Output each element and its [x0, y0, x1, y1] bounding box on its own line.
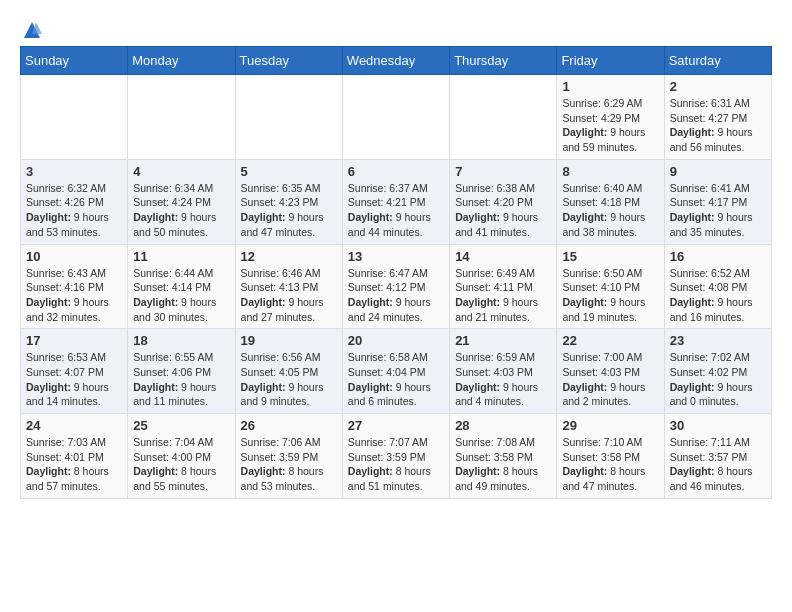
sunset-line: Sunset: 4:18 PM: [562, 196, 640, 208]
sunrise-line: Sunrise: 6:47 AM: [348, 267, 428, 279]
sunset-line: Sunset: 4:02 PM: [670, 366, 748, 378]
calendar-cell: 19Sunrise: 6:56 AMSunset: 4:05 PMDayligh…: [235, 329, 342, 414]
cell-content: Sunrise: 6:37 AMSunset: 4:21 PMDaylight:…: [348, 181, 444, 240]
logo: [20, 20, 42, 36]
calendar-cell: 13Sunrise: 6:47 AMSunset: 4:12 PMDayligh…: [342, 244, 449, 329]
daylight-line: Daylight: 9 hours and 47 minutes.: [241, 211, 324, 238]
day-number: 14: [455, 249, 551, 264]
cell-content: Sunrise: 7:06 AMSunset: 3:59 PMDaylight:…: [241, 435, 337, 494]
cell-content: Sunrise: 6:52 AMSunset: 4:08 PMDaylight:…: [670, 266, 766, 325]
day-number: 2: [670, 79, 766, 94]
calendar-table: SundayMondayTuesdayWednesdayThursdayFrid…: [20, 46, 772, 499]
calendar-cell: 15Sunrise: 6:50 AMSunset: 4:10 PMDayligh…: [557, 244, 664, 329]
daylight-line: Daylight: 9 hours and 2 minutes.: [562, 381, 645, 408]
daylight-line: Daylight: 9 hours and 0 minutes.: [670, 381, 753, 408]
sunrise-line: Sunrise: 6:29 AM: [562, 97, 642, 109]
sunset-line: Sunset: 3:59 PM: [348, 451, 426, 463]
calendar-cell: 24Sunrise: 7:03 AMSunset: 4:01 PMDayligh…: [21, 414, 128, 499]
sunset-line: Sunset: 4:20 PM: [455, 196, 533, 208]
sunrise-line: Sunrise: 7:06 AM: [241, 436, 321, 448]
sunrise-line: Sunrise: 6:50 AM: [562, 267, 642, 279]
cell-content: Sunrise: 7:07 AMSunset: 3:59 PMDaylight:…: [348, 435, 444, 494]
calendar-cell: 12Sunrise: 6:46 AMSunset: 4:13 PMDayligh…: [235, 244, 342, 329]
day-number: 13: [348, 249, 444, 264]
sunset-line: Sunset: 4:04 PM: [348, 366, 426, 378]
daylight-line: Daylight: 9 hours and 21 minutes.: [455, 296, 538, 323]
sunrise-line: Sunrise: 6:52 AM: [670, 267, 750, 279]
calendar-cell: 27Sunrise: 7:07 AMSunset: 3:59 PMDayligh…: [342, 414, 449, 499]
sunrise-line: Sunrise: 7:03 AM: [26, 436, 106, 448]
sunset-line: Sunset: 4:16 PM: [26, 281, 104, 293]
sunrise-line: Sunrise: 7:04 AM: [133, 436, 213, 448]
daylight-line: Daylight: 8 hours and 46 minutes.: [670, 465, 753, 492]
sunrise-line: Sunrise: 6:40 AM: [562, 182, 642, 194]
sunset-line: Sunset: 3:57 PM: [670, 451, 748, 463]
weekday-header-tuesday: Tuesday: [235, 47, 342, 75]
calendar-cell: 2Sunrise: 6:31 AMSunset: 4:27 PMDaylight…: [664, 75, 771, 160]
calendar-header: SundayMondayTuesdayWednesdayThursdayFrid…: [21, 47, 772, 75]
day-number: 8: [562, 164, 658, 179]
calendar-cell: 25Sunrise: 7:04 AMSunset: 4:00 PMDayligh…: [128, 414, 235, 499]
cell-content: Sunrise: 6:47 AMSunset: 4:12 PMDaylight:…: [348, 266, 444, 325]
day-number: 3: [26, 164, 122, 179]
sunrise-line: Sunrise: 6:34 AM: [133, 182, 213, 194]
logo-icon: [22, 20, 42, 40]
sunset-line: Sunset: 4:08 PM: [670, 281, 748, 293]
cell-content: Sunrise: 7:11 AMSunset: 3:57 PMDaylight:…: [670, 435, 766, 494]
calendar-cell: 29Sunrise: 7:10 AMSunset: 3:58 PMDayligh…: [557, 414, 664, 499]
calendar-week-3: 10Sunrise: 6:43 AMSunset: 4:16 PMDayligh…: [21, 244, 772, 329]
sunset-line: Sunset: 3:58 PM: [562, 451, 640, 463]
sunset-line: Sunset: 4:14 PM: [133, 281, 211, 293]
day-number: 11: [133, 249, 229, 264]
sunrise-line: Sunrise: 6:37 AM: [348, 182, 428, 194]
calendar-cell: [342, 75, 449, 160]
calendar-cell: 26Sunrise: 7:06 AMSunset: 3:59 PMDayligh…: [235, 414, 342, 499]
calendar-week-5: 24Sunrise: 7:03 AMSunset: 4:01 PMDayligh…: [21, 414, 772, 499]
calendar-cell: 14Sunrise: 6:49 AMSunset: 4:11 PMDayligh…: [450, 244, 557, 329]
sunset-line: Sunset: 4:06 PM: [133, 366, 211, 378]
sunset-line: Sunset: 4:27 PM: [670, 112, 748, 124]
day-number: 18: [133, 333, 229, 348]
cell-content: Sunrise: 6:58 AMSunset: 4:04 PMDaylight:…: [348, 350, 444, 409]
cell-content: Sunrise: 6:35 AMSunset: 4:23 PMDaylight:…: [241, 181, 337, 240]
sunrise-line: Sunrise: 6:35 AM: [241, 182, 321, 194]
day-number: 23: [670, 333, 766, 348]
calendar-week-1: 1Sunrise: 6:29 AMSunset: 4:29 PMDaylight…: [21, 75, 772, 160]
daylight-line: Daylight: 9 hours and 35 minutes.: [670, 211, 753, 238]
sunrise-line: Sunrise: 6:41 AM: [670, 182, 750, 194]
daylight-line: Daylight: 8 hours and 47 minutes.: [562, 465, 645, 492]
daylight-line: Daylight: 9 hours and 38 minutes.: [562, 211, 645, 238]
sunrise-line: Sunrise: 6:55 AM: [133, 351, 213, 363]
day-number: 22: [562, 333, 658, 348]
calendar-cell: 23Sunrise: 7:02 AMSunset: 4:02 PMDayligh…: [664, 329, 771, 414]
sunset-line: Sunset: 4:17 PM: [670, 196, 748, 208]
cell-content: Sunrise: 6:34 AMSunset: 4:24 PMDaylight:…: [133, 181, 229, 240]
calendar-cell: 8Sunrise: 6:40 AMSunset: 4:18 PMDaylight…: [557, 159, 664, 244]
sunset-line: Sunset: 4:24 PM: [133, 196, 211, 208]
daylight-line: Daylight: 9 hours and 24 minutes.: [348, 296, 431, 323]
day-number: 7: [455, 164, 551, 179]
daylight-line: Daylight: 9 hours and 32 minutes.: [26, 296, 109, 323]
weekday-header-sunday: Sunday: [21, 47, 128, 75]
daylight-line: Daylight: 9 hours and 19 minutes.: [562, 296, 645, 323]
day-number: 12: [241, 249, 337, 264]
calendar-week-4: 17Sunrise: 6:53 AMSunset: 4:07 PMDayligh…: [21, 329, 772, 414]
cell-content: Sunrise: 7:00 AMSunset: 4:03 PMDaylight:…: [562, 350, 658, 409]
sunset-line: Sunset: 4:07 PM: [26, 366, 104, 378]
daylight-line: Daylight: 9 hours and 27 minutes.: [241, 296, 324, 323]
day-number: 20: [348, 333, 444, 348]
cell-content: Sunrise: 7:08 AMSunset: 3:58 PMDaylight:…: [455, 435, 551, 494]
sunrise-line: Sunrise: 6:58 AM: [348, 351, 428, 363]
daylight-line: Daylight: 9 hours and 53 minutes.: [26, 211, 109, 238]
sunset-line: Sunset: 4:29 PM: [562, 112, 640, 124]
day-number: 21: [455, 333, 551, 348]
calendar-cell: 28Sunrise: 7:08 AMSunset: 3:58 PMDayligh…: [450, 414, 557, 499]
day-number: 6: [348, 164, 444, 179]
day-number: 10: [26, 249, 122, 264]
sunset-line: Sunset: 4:10 PM: [562, 281, 640, 293]
daylight-line: Daylight: 8 hours and 53 minutes.: [241, 465, 324, 492]
cell-content: Sunrise: 6:31 AMSunset: 4:27 PMDaylight:…: [670, 96, 766, 155]
cell-content: Sunrise: 6:59 AMSunset: 4:03 PMDaylight:…: [455, 350, 551, 409]
calendar-cell: 9Sunrise: 6:41 AMSunset: 4:17 PMDaylight…: [664, 159, 771, 244]
sunset-line: Sunset: 4:01 PM: [26, 451, 104, 463]
